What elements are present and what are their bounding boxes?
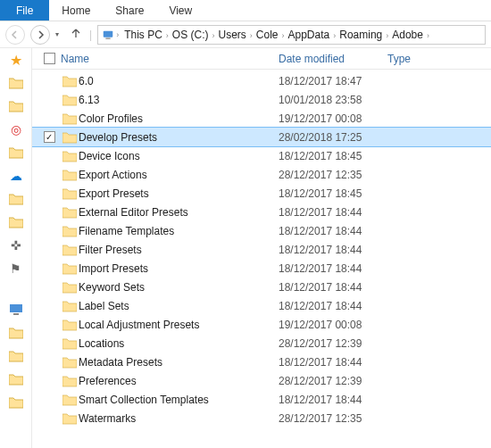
file-name: Smart Collection Templates xyxy=(79,394,279,406)
breadcrumb-part[interactable]: Roaming xyxy=(336,29,386,41)
separator: | xyxy=(89,29,92,41)
file-date: 19/12/2017 00:08 xyxy=(279,319,387,331)
file-row[interactable]: Locations28/12/2017 12:39 xyxy=(32,334,491,353)
address-bar[interactable]: › This PC›OS (C:)›Users›Cole›AppData›Roa… xyxy=(97,25,486,45)
folder-icon xyxy=(62,131,77,144)
file-row[interactable]: Preferences28/12/2017 12:39 xyxy=(32,371,491,390)
file-date: 18/12/2017 18:44 xyxy=(279,281,387,294)
select-all-checkbox[interactable] xyxy=(44,53,55,64)
folder-shortcut-icon[interactable] xyxy=(8,214,24,230)
breadcrumb-part[interactable]: AppData xyxy=(285,29,334,41)
folder-icon xyxy=(62,150,77,162)
breadcrumb-part[interactable]: Adobe xyxy=(388,29,427,41)
file-name: Import Presets xyxy=(79,262,279,275)
file-row[interactable]: Smart Collection Templates18/12/2017 18:… xyxy=(32,390,491,409)
up-button[interactable] xyxy=(70,27,84,42)
breadcrumb-part[interactable]: This PC xyxy=(121,29,166,41)
flag-icon[interactable]: ⚑ xyxy=(8,261,24,277)
column-name[interactable]: Name xyxy=(61,53,279,65)
file-row[interactable]: Metadata Presets18/12/2017 18:44 xyxy=(32,353,491,371)
svg-rect-2 xyxy=(10,304,22,312)
file-name: Export Actions xyxy=(79,169,279,181)
folder-shortcut-icon[interactable] xyxy=(8,325,24,341)
file-row[interactable]: External Editor Presets18/12/2017 18:44 xyxy=(32,203,491,221)
folder-shortcut-icon[interactable] xyxy=(8,371,24,387)
file-row[interactable]: 6.1310/01/2018 23:58 xyxy=(32,90,491,109)
folder-shortcut-icon[interactable] xyxy=(8,75,24,91)
file-row[interactable]: Keyword Sets18/12/2017 18:44 xyxy=(32,278,491,296)
tab-view[interactable]: View xyxy=(156,0,204,21)
file-row[interactable]: Import Presets18/12/2017 18:44 xyxy=(32,259,491,278)
file-row[interactable]: Color Profiles19/12/2017 00:08 xyxy=(32,109,491,128)
file-row[interactable]: Watermarks28/12/2017 12:35 xyxy=(32,409,491,427)
back-button[interactable] xyxy=(5,25,25,45)
file-row[interactable]: Device Icons18/12/2017 18:45 xyxy=(32,146,491,165)
file-date: 18/12/2017 18:44 xyxy=(279,262,387,275)
tab-share[interactable]: Share xyxy=(103,0,156,21)
breadcrumb-part[interactable]: OS (C:) xyxy=(169,29,212,41)
file-name: Watermarks xyxy=(79,412,279,425)
folder-icon xyxy=(62,94,77,106)
file-name: 6.0 xyxy=(79,75,279,87)
file-date: 18/12/2017 18:45 xyxy=(279,150,387,162)
arrow-right-icon xyxy=(35,29,46,40)
pc-icon xyxy=(102,29,114,41)
breadcrumb-part[interactable]: Cole xyxy=(253,29,282,41)
file-row[interactable]: 6.018/12/2017 18:47 xyxy=(32,71,491,90)
svg-rect-0 xyxy=(104,30,113,37)
file-row[interactable]: Export Actions28/12/2017 12:35 xyxy=(32,165,491,184)
column-date[interactable]: Date modified xyxy=(279,53,387,65)
chevron-right-icon[interactable]: › xyxy=(116,30,119,39)
file-row[interactable]: Export Presets18/12/2017 18:45 xyxy=(32,184,491,203)
sidebar: ★ ◎ ☁ ✜ ⚑ xyxy=(0,48,32,448)
file-name: Device Icons xyxy=(79,150,279,162)
file-name: Label Sets xyxy=(79,300,279,312)
history-dropdown[interactable]: ▾ xyxy=(55,30,64,38)
folder-shortcut-icon[interactable] xyxy=(8,394,24,411)
nav-bar: ▾ | › This PC›OS (C:)›Users›Cole›AppData… xyxy=(0,21,491,48)
file-date: 18/12/2017 18:44 xyxy=(279,356,387,369)
ribbon-tabs: File Home Share View xyxy=(0,0,491,21)
file-date: 18/12/2017 18:44 xyxy=(279,225,387,237)
file-name: Preferences xyxy=(79,375,279,387)
folder-icon xyxy=(62,375,77,387)
folder-icon xyxy=(62,225,77,237)
folder-icon xyxy=(62,262,77,275)
tab-home[interactable]: Home xyxy=(49,0,103,21)
folder-shortcut-icon[interactable] xyxy=(8,191,24,207)
file-row[interactable]: Filename Templates18/12/2017 18:44 xyxy=(32,221,491,240)
folder-icon xyxy=(62,319,77,331)
folder-shortcut-icon[interactable] xyxy=(8,145,24,161)
file-date: 19/12/2017 00:08 xyxy=(279,112,387,125)
forward-button[interactable] xyxy=(30,25,50,45)
chevron-right-icon[interactable]: › xyxy=(427,31,429,40)
row-checkbox[interactable]: ✓ xyxy=(44,131,55,143)
pin-icon[interactable]: ✜ xyxy=(8,237,24,253)
this-pc-icon[interactable] xyxy=(8,302,24,318)
file-date: 28/12/2017 12:39 xyxy=(279,337,387,350)
arrow-left-icon xyxy=(10,29,21,40)
file-row[interactable]: Label Sets18/12/2017 18:44 xyxy=(32,296,491,315)
folder-shortcut-icon[interactable] xyxy=(8,348,24,364)
folder-icon xyxy=(62,75,77,87)
column-type[interactable]: Type xyxy=(387,53,491,65)
onedrive-icon[interactable]: ☁ xyxy=(8,168,24,184)
app-icon[interactable]: ◎ xyxy=(8,121,24,137)
file-row[interactable]: ✓Develop Presets28/02/2018 17:25 xyxy=(32,128,491,146)
tab-file[interactable]: File xyxy=(0,0,49,21)
folder-icon xyxy=(62,394,77,406)
file-date: 18/12/2017 18:44 xyxy=(279,206,387,219)
folder-icon xyxy=(62,300,77,312)
file-date: 28/12/2017 12:35 xyxy=(279,412,387,425)
file-date: 18/12/2017 18:44 xyxy=(279,300,387,312)
file-name: Filename Templates xyxy=(79,225,279,237)
folder-shortcut-icon[interactable] xyxy=(8,98,24,114)
favorites-icon[interactable]: ★ xyxy=(8,52,24,68)
file-name: Local Adjustment Presets xyxy=(79,319,279,331)
folder-icon xyxy=(62,356,77,369)
file-row[interactable]: Local Adjustment Presets19/12/2017 00:08 xyxy=(32,315,491,334)
file-row[interactable]: Filter Presets18/12/2017 18:44 xyxy=(32,240,491,259)
folder-icon xyxy=(62,244,77,256)
file-date: 18/12/2017 18:44 xyxy=(279,244,387,256)
breadcrumb-part[interactable]: Users xyxy=(214,29,249,41)
